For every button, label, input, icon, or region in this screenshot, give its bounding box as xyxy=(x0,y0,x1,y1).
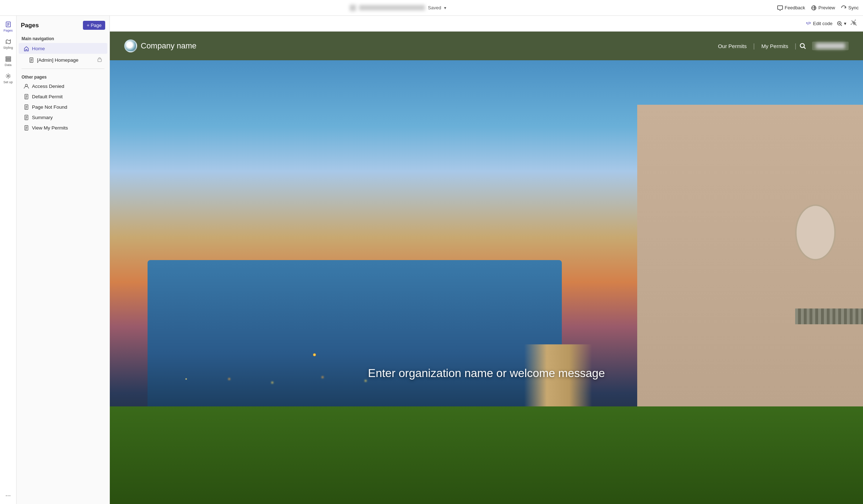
zoom-level: ▾ xyxy=(844,21,846,26)
svg-rect-4 xyxy=(6,60,11,61)
nav-label-default-permit: Default Permit xyxy=(32,94,102,99)
feedback-icon xyxy=(777,5,783,11)
nav-label-summary: Summary xyxy=(32,115,102,120)
styling-icon-label: Styling xyxy=(3,46,13,50)
edit-code-label: Edit code xyxy=(813,21,832,26)
preview-button[interactable]: Preview xyxy=(811,5,835,11)
sidebar-item-setup[interactable]: Set up xyxy=(1,70,15,86)
pages-panel-title: Pages xyxy=(21,22,39,29)
pages-icon-label: Pages xyxy=(4,29,13,32)
page-icon-4 xyxy=(24,115,29,120)
sync-icon xyxy=(841,5,846,11)
saved-label: Saved xyxy=(428,5,441,10)
vscode-icon xyxy=(806,21,811,27)
sidebar-item-pages[interactable]: Pages xyxy=(1,19,15,34)
svg-point-8 xyxy=(25,84,28,86)
pages-panel: Pages + Page Main navigation Home ··· [A… xyxy=(17,16,110,504)
divider xyxy=(22,69,104,69)
user-icon xyxy=(24,84,29,89)
preview-toolbar: Edit code ▾ xyxy=(110,16,863,32)
top-bar: ▪ ████████████████████ Saved ▾ Feedback … xyxy=(0,0,863,16)
user-name: User Name ▾ xyxy=(816,43,845,49)
setup-icon-label: Set up xyxy=(3,80,13,84)
page-icon-2 xyxy=(24,94,29,99)
top-bar-right: Feedback Preview Sync xyxy=(777,5,859,11)
nav-label-home: Home xyxy=(32,46,95,51)
nav-item-admin-homepage[interactable]: [Admin] Homepage xyxy=(19,55,107,65)
search-icon xyxy=(799,43,806,49)
site-logo-icon xyxy=(124,39,137,52)
preview-icon xyxy=(811,5,817,11)
nav-item-access-denied[interactable]: Access Denied xyxy=(19,81,107,91)
data-icon-label: Data xyxy=(5,63,11,67)
svg-rect-7 xyxy=(98,59,102,62)
building-window xyxy=(795,204,836,260)
pages-panel-header: Pages + Page xyxy=(17,16,109,33)
zoom-icon xyxy=(837,21,843,27)
lock-icon xyxy=(97,57,102,63)
building-awning xyxy=(795,308,863,325)
preview-area: Edit code ▾ xyxy=(110,16,863,504)
hero-section: Enter organization name or welcome messa… xyxy=(110,60,863,504)
nav-item-view-my-permits[interactable]: View My Permits xyxy=(19,123,107,133)
nav-separator-2: | xyxy=(795,42,797,50)
nav-label-access-denied: Access Denied xyxy=(32,84,102,89)
main-layout: Pages Styling Data Set up ··· xyxy=(0,16,863,504)
data-icon xyxy=(5,56,11,62)
nav-my-permits[interactable]: My Permits xyxy=(755,43,795,49)
sync-button[interactable]: Sync xyxy=(841,5,859,11)
page-icon xyxy=(29,57,34,63)
main-navigation-label: Main navigation xyxy=(17,33,109,43)
feedback-button[interactable]: Feedback xyxy=(777,5,805,11)
company-name: Company name xyxy=(141,41,196,51)
nav-label-page-not-found: Page Not Found xyxy=(32,104,102,110)
zoom-control[interactable]: ▾ xyxy=(837,21,846,27)
site-logo: Company name xyxy=(124,39,196,52)
file-icon: ▪ xyxy=(350,5,356,11)
nav-user[interactable]: User Name ▾ xyxy=(812,42,849,50)
nav-item-home[interactable]: Home ··· xyxy=(19,43,107,54)
website-preview: Company name Our Permits | My Permits | … xyxy=(110,32,863,504)
top-bar-center: ▪ ████████████████████ Saved ▾ xyxy=(350,5,446,11)
nav-label-view-my-permits: View My Permits xyxy=(32,125,102,131)
svg-rect-3 xyxy=(6,58,11,60)
preview-label: Preview xyxy=(818,5,835,10)
nav-item-default-permit[interactable]: Default Permit xyxy=(19,92,107,102)
home-icon xyxy=(24,46,29,51)
nav-item-page-not-found[interactable]: Page Not Found xyxy=(19,102,107,112)
sync-label: Sync xyxy=(848,5,859,10)
expand-button[interactable] xyxy=(851,20,857,27)
other-pages-label: Other pages xyxy=(17,72,109,81)
saved-dropdown-button[interactable]: ▾ xyxy=(444,5,446,10)
hero-lights xyxy=(185,378,187,380)
hero-pool xyxy=(148,260,562,415)
hero-loungers xyxy=(524,344,637,406)
more-options-button[interactable]: ··· xyxy=(1,490,15,501)
page-icon-3 xyxy=(24,104,29,110)
pool-light xyxy=(313,353,316,356)
nav-search-button[interactable] xyxy=(799,42,806,50)
svg-rect-2 xyxy=(6,57,11,58)
styling-icon xyxy=(5,38,11,45)
sidebar-item-data[interactable]: Data xyxy=(1,53,15,69)
icon-bar: Pages Styling Data Set up ··· xyxy=(0,16,17,504)
svg-point-5 xyxy=(7,75,9,77)
nav-label-admin-homepage: [Admin] Homepage xyxy=(37,57,94,63)
hero-grass xyxy=(110,406,863,504)
page-icon-5 xyxy=(24,125,29,131)
feedback-label: Feedback xyxy=(785,5,805,10)
expand-icon xyxy=(851,20,857,26)
file-name: ████████████████████ xyxy=(359,5,425,10)
site-header: Company name Our Permits | My Permits | … xyxy=(110,32,863,60)
sidebar-item-styling[interactable]: Styling xyxy=(1,36,15,52)
pages-icon xyxy=(5,21,11,28)
add-page-button[interactable]: + Page xyxy=(83,21,105,30)
svg-point-14 xyxy=(801,43,804,47)
edit-code-button[interactable]: Edit code xyxy=(806,21,832,27)
nav-item-summary[interactable]: Summary xyxy=(19,113,107,122)
setup-icon xyxy=(5,73,11,79)
site-nav: Our Permits | My Permits | User Name ▾ xyxy=(712,42,849,50)
nav-our-permits[interactable]: Our Permits xyxy=(712,43,753,49)
